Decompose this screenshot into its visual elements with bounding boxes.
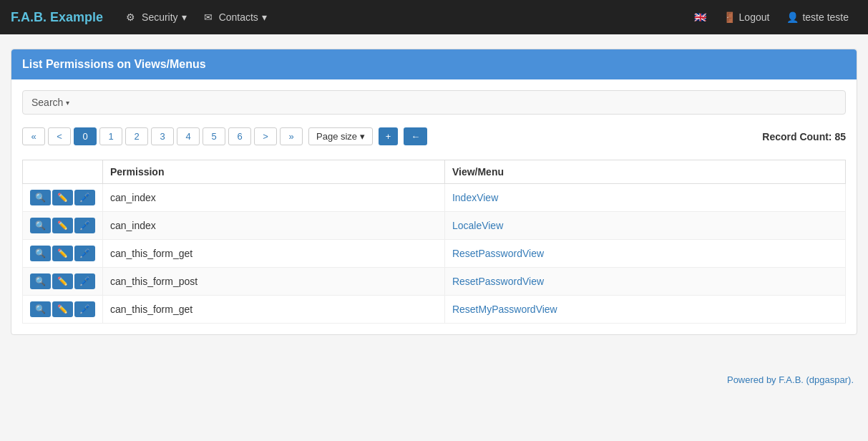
logout-button[interactable]: 🚪 Logout	[715, 0, 779, 34]
flag-icon: 🇬🇧	[694, 11, 706, 23]
page-size-dropdown[interactable]: Page size ▾	[308, 127, 373, 145]
panel-title: List Permissions on Views/Menus	[11, 49, 857, 79]
table-row: 🔍 ✏️ 🖊️ can_this_form_getResetPasswordVi…	[23, 240, 846, 268]
view-menu-cell: LocaleView	[444, 212, 845, 240]
delete-btn[interactable]: 🖊️	[74, 301, 95, 317]
view-btn[interactable]: 🔍	[30, 301, 51, 317]
header-view-menu: View/Menu	[444, 160, 845, 184]
page-size-caret: ▾	[360, 131, 365, 142]
search-bar[interactable]: Search ▾	[22, 90, 846, 115]
envelope-icon	[204, 11, 215, 23]
security-caret: ▾	[182, 11, 187, 23]
view-btn[interactable]: 🔍	[30, 273, 51, 289]
security-label: Security	[142, 11, 178, 23]
table-row: 🔍 ✏️ 🖊️ can_indexIndexView	[23, 184, 846, 212]
table-row: 🔍 ✏️ 🖊️ can_this_form_getResetMyPassword…	[23, 296, 846, 324]
action-cell: 🔍 ✏️ 🖊️	[23, 268, 103, 296]
page-4-btn[interactable]: 4	[177, 127, 200, 145]
table-row: 🔍 ✏️ 🖊️ can_indexLocaleView	[23, 212, 846, 240]
edit-btn[interactable]: ✏️	[52, 190, 73, 205]
action-buttons: 🔍 ✏️ 🖊️	[30, 301, 95, 317]
header-row: Permission View/Menu	[23, 160, 846, 184]
edit-btn[interactable]: ✏️	[52, 273, 73, 289]
add-button[interactable]: +	[379, 127, 399, 145]
page-1-btn[interactable]: 1	[99, 127, 122, 145]
page-last-btn[interactable]: »	[280, 127, 303, 145]
view-menu-link[interactable]: ResetMyPasswordView	[452, 304, 557, 315]
permission-cell: can_this_form_post	[103, 268, 445, 296]
action-buttons: 🔍 ✏️ 🖊️	[30, 273, 95, 289]
view-btn[interactable]: 🔍	[30, 218, 51, 233]
action-buttons: 🔍 ✏️ 🖊️	[30, 218, 95, 233]
navbar: F.A.B. Example Security ▾ Contacts ▾ 🇬🇧 …	[0, 0, 868, 34]
action-cell: 🔍 ✏️ 🖊️	[23, 212, 103, 240]
page-0-btn[interactable]: 0	[74, 127, 97, 145]
permission-cell: can_this_form_get	[103, 296, 445, 324]
view-menu-cell: ResetPasswordView	[444, 268, 845, 296]
action-cell: 🔍 ✏️ 🖊️	[23, 240, 103, 268]
search-caret-icon: ▾	[66, 99, 69, 107]
table-body: 🔍 ✏️ 🖊️ can_indexIndexView 🔍 ✏️ 🖊️ can_i…	[23, 184, 846, 324]
page-next-btn[interactable]: >	[254, 127, 277, 145]
view-btn[interactable]: 🔍	[30, 190, 51, 205]
permission-cell: can_this_form_get	[103, 240, 445, 268]
main-content: List Permissions on Views/Menus Search ▾…	[0, 34, 868, 364]
header-permission: Permission	[103, 160, 445, 184]
gear-icon	[126, 11, 138, 23]
view-menu-link[interactable]: ResetPasswordView	[452, 276, 544, 287]
edit-btn[interactable]: ✏️	[52, 218, 73, 233]
language-selector[interactable]: 🇬🇧	[686, 0, 715, 34]
record-count: Record Count: 85	[762, 131, 846, 142]
delete-btn[interactable]: 🖊️	[74, 190, 95, 205]
action-buttons: 🔍 ✏️ 🖊️	[30, 190, 95, 205]
contacts-menu[interactable]: Contacts ▾	[195, 0, 275, 34]
view-menu-cell: IndexView	[444, 184, 845, 212]
edit-btn[interactable]: ✏️	[52, 301, 73, 317]
footer-text: Powered by F.A.B. (dpgaspar).	[727, 374, 854, 385]
view-menu-link[interactable]: ResetPasswordView	[452, 248, 544, 259]
action-cell: 🔍 ✏️ 🖊️	[23, 184, 103, 212]
user-profile[interactable]: 👤 teste teste	[778, 0, 857, 34]
panel-body: Search ▾ « < 0 1 2 3 4 5 6 > » Page size…	[11, 79, 857, 334]
delete-btn[interactable]: 🖊️	[74, 273, 95, 289]
delete-btn[interactable]: 🖊️	[74, 218, 95, 233]
delete-btn[interactable]: 🖊️	[74, 246, 95, 261]
page-first-btn[interactable]: «	[22, 127, 45, 145]
security-menu[interactable]: Security ▾	[117, 0, 195, 34]
action-cell: 🔍 ✏️ 🖊️	[23, 296, 103, 324]
permission-cell: can_index	[103, 184, 445, 212]
search-label: Search	[31, 97, 63, 108]
view-menu-link[interactable]: IndexView	[452, 192, 498, 203]
page-2-btn[interactable]: 2	[125, 127, 148, 145]
table-header: Permission View/Menu	[23, 160, 846, 184]
logout-icon: 🚪	[723, 11, 736, 23]
contacts-caret: ▾	[262, 11, 267, 23]
table-row: 🔍 ✏️ 🖊️ can_this_form_postResetPasswordV…	[23, 268, 846, 296]
user-icon: 👤	[786, 11, 799, 23]
pagination-row: « < 0 1 2 3 4 5 6 > » Page size ▾ + ← Re…	[22, 122, 846, 154]
view-menu-link[interactable]: LocaleView	[452, 220, 503, 231]
edit-btn[interactable]: ✏️	[52, 246, 73, 261]
back-button[interactable]: ←	[404, 127, 427, 145]
action-buttons: 🔍 ✏️ 🖊️	[30, 246, 95, 261]
footer: Powered by F.A.B. (dpgaspar).	[0, 364, 868, 396]
view-menu-cell: ResetMyPasswordView	[444, 296, 845, 324]
permissions-panel: List Permissions on Views/Menus Search ▾…	[11, 49, 857, 335]
page-prev-btn[interactable]: <	[48, 127, 71, 145]
view-btn[interactable]: 🔍	[30, 246, 51, 261]
header-actions	[23, 160, 103, 184]
brand-link[interactable]: F.A.B. Example	[11, 10, 103, 25]
contacts-label: Contacts	[219, 11, 258, 23]
permission-cell: can_index	[103, 212, 445, 240]
page-3-btn[interactable]: 3	[151, 127, 174, 145]
permissions-table: Permission View/Menu 🔍 ✏️ 🖊️ can_indexIn…	[22, 160, 846, 324]
nav-right: 🇬🇧 🚪 Logout 👤 teste teste	[686, 0, 857, 34]
view-menu-cell: ResetPasswordView	[444, 240, 845, 268]
page-6-btn[interactable]: 6	[228, 127, 251, 145]
page-5-btn[interactable]: 5	[203, 127, 225, 145]
